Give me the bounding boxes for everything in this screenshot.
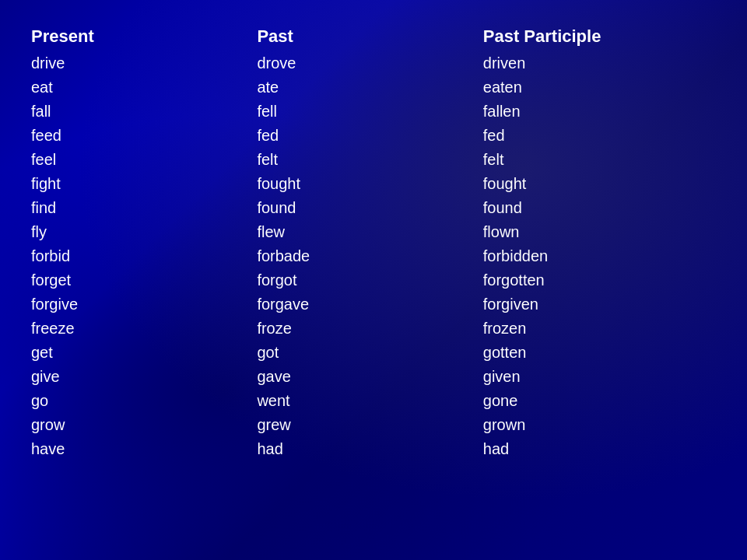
cell-past: felt: [257, 148, 482, 172]
cell-participle: fed: [483, 124, 716, 148]
cell-past: fought: [257, 172, 482, 196]
cell-present: forgive: [31, 292, 257, 317]
cell-participle: gotten: [483, 341, 716, 365]
cell-past: forgave: [257, 292, 482, 317]
cell-present: fly: [31, 220, 257, 244]
cell-past: had: [257, 437, 482, 461]
cell-participle: frozen: [483, 317, 716, 341]
cell-present: eat: [31, 75, 257, 100]
cell-past: got: [257, 341, 482, 365]
table-row: givegavegiven: [31, 365, 716, 389]
table-row: eatateeaten: [31, 75, 716, 100]
cell-past: found: [257, 196, 482, 220]
table-row: feelfeltfelt: [31, 148, 716, 172]
table-row: feedfedfed: [31, 124, 716, 148]
cell-present: forget: [31, 268, 257, 292]
cell-present: go: [31, 389, 257, 413]
cell-participle: flown: [483, 220, 716, 244]
table-row: forgiveforgaveforgiven: [31, 292, 716, 317]
table-header-row: Present Past Past Participle: [31, 23, 716, 51]
cell-present: have: [31, 437, 257, 461]
cell-past: forgot: [257, 268, 482, 292]
cell-present: forbid: [31, 244, 257, 268]
cell-present: drive: [31, 51, 257, 75]
cell-present: get: [31, 341, 257, 365]
cell-participle: had: [483, 437, 716, 461]
cell-past: fell: [257, 100, 482, 124]
header-present: Present: [31, 23, 257, 51]
cell-past: froze: [257, 317, 482, 341]
cell-participle: forbidden: [483, 244, 716, 268]
cell-participle: given: [483, 365, 716, 389]
table-row: havehadhad: [31, 437, 716, 461]
cell-past: ate: [257, 75, 482, 100]
cell-participle: eaten: [483, 75, 716, 100]
cell-present: find: [31, 196, 257, 220]
cell-participle: driven: [483, 51, 716, 75]
table-row: forbidforbadeforbidden: [31, 244, 716, 268]
cell-participle: fought: [483, 172, 716, 196]
cell-present: fight: [31, 172, 257, 196]
cell-present: freeze: [31, 317, 257, 341]
table-row: growgrewgrown: [31, 413, 716, 437]
cell-past: flew: [257, 220, 482, 244]
header-participle: Past Participle: [483, 23, 716, 51]
cell-present: give: [31, 365, 257, 389]
cell-participle: gone: [483, 389, 716, 413]
cell-participle: grown: [483, 413, 716, 437]
cell-present: feel: [31, 148, 257, 172]
cell-past: forbade: [257, 244, 482, 268]
table-row: freezefrozefrozen: [31, 317, 716, 341]
cell-past: went: [257, 389, 482, 413]
table-row: findfoundfound: [31, 196, 716, 220]
irregular-verbs-table: Present Past Past Participle drivedroved…: [31, 23, 716, 461]
cell-participle: found: [483, 196, 716, 220]
table-row: gowentgone: [31, 389, 716, 413]
cell-past: grew: [257, 413, 482, 437]
cell-present: fall: [31, 100, 257, 124]
table-row: forgetforgotforgotten: [31, 268, 716, 292]
cell-participle: forgotten: [483, 268, 716, 292]
cell-past: drove: [257, 51, 482, 75]
cell-participle: fallen: [483, 100, 716, 124]
verb-table-container: Present Past Past Participle drivedroved…: [31, 23, 716, 461]
cell-present: feed: [31, 124, 257, 148]
table-row: fallfellfallen: [31, 100, 716, 124]
header-past: Past: [257, 23, 482, 51]
cell-present: grow: [31, 413, 257, 437]
cell-participle: felt: [483, 148, 716, 172]
cell-past: gave: [257, 365, 482, 389]
table-row: drivedrovedriven: [31, 51, 716, 75]
table-row: flyflewflown: [31, 220, 716, 244]
table-row: getgotgotten: [31, 341, 716, 365]
table-body: drivedrovedriveneatateeatenfallfellfalle…: [31, 51, 716, 461]
table-row: fightfoughtfought: [31, 172, 716, 196]
cell-past: fed: [257, 124, 482, 148]
cell-participle: forgiven: [483, 292, 716, 317]
